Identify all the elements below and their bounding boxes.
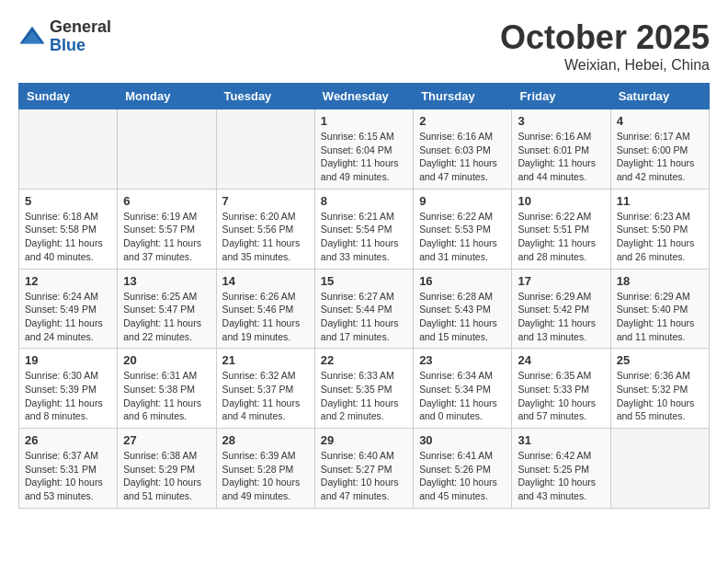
day-info: Sunrise: 6:21 AM Sunset: 5:54 PM Dayligh… — [321, 210, 407, 264]
day-info: Sunrise: 6:31 AM Sunset: 5:38 PM Dayligh… — [123, 369, 210, 423]
day-info: Sunrise: 6:34 AM Sunset: 5:34 PM Dayligh… — [419, 369, 506, 423]
logo-blue: Blue — [50, 37, 111, 55]
day-info: Sunrise: 6:26 AM Sunset: 5:46 PM Dayligh… — [222, 290, 309, 344]
day-info: Sunrise: 6:17 AM Sunset: 6:00 PM Dayligh… — [617, 130, 703, 184]
calendar-cell: 17Sunrise: 6:29 AM Sunset: 5:42 PM Dayli… — [512, 269, 610, 349]
day-number: 13 — [123, 274, 210, 288]
calendar-cell: 26Sunrise: 6:37 AM Sunset: 5:31 PM Dayli… — [19, 429, 118, 509]
day-info: Sunrise: 6:39 AM Sunset: 5:28 PM Dayligh… — [222, 449, 309, 503]
calendar-cell: 2Sunrise: 6:16 AM Sunset: 6:03 PM Daylig… — [414, 109, 512, 190]
day-number: 20 — [123, 353, 210, 367]
calendar-week-row: 19Sunrise: 6:30 AM Sunset: 5:39 PM Dayli… — [19, 349, 710, 429]
day-number: 31 — [518, 433, 604, 447]
calendar-cell: 16Sunrise: 6:28 AM Sunset: 5:43 PM Dayli… — [414, 269, 512, 349]
title-block: October 2025 Weixian, Hebei, China — [500, 18, 710, 74]
day-number: 23 — [419, 353, 506, 367]
day-number: 8 — [321, 194, 407, 208]
day-number: 21 — [222, 353, 309, 367]
day-number: 25 — [617, 353, 703, 367]
weekday-header: Sunday — [19, 84, 118, 109]
day-info: Sunrise: 6:23 AM Sunset: 5:50 PM Dayligh… — [617, 210, 703, 264]
calendar-cell: 11Sunrise: 6:23 AM Sunset: 5:50 PM Dayli… — [610, 189, 709, 269]
day-info: Sunrise: 6:20 AM Sunset: 5:56 PM Dayligh… — [222, 210, 309, 264]
day-number: 24 — [518, 353, 604, 367]
day-info: Sunrise: 6:40 AM Sunset: 5:27 PM Dayligh… — [321, 449, 407, 503]
day-info: Sunrise: 6:32 AM Sunset: 5:37 PM Dayligh… — [222, 369, 309, 423]
day-info: Sunrise: 6:16 AM Sunset: 6:03 PM Dayligh… — [419, 130, 506, 184]
calendar-cell — [216, 109, 314, 190]
day-info: Sunrise: 6:33 AM Sunset: 5:35 PM Dayligh… — [321, 369, 407, 423]
day-number: 15 — [321, 274, 407, 288]
calendar-cell: 9Sunrise: 6:22 AM Sunset: 5:53 PM Daylig… — [414, 189, 512, 269]
calendar-cell: 19Sunrise: 6:30 AM Sunset: 5:39 PM Dayli… — [19, 349, 118, 429]
calendar-cell: 12Sunrise: 6:24 AM Sunset: 5:49 PM Dayli… — [19, 269, 118, 349]
calendar-cell: 3Sunrise: 6:16 AM Sunset: 6:01 PM Daylig… — [512, 109, 610, 190]
calendar-cell: 1Sunrise: 6:15 AM Sunset: 6:04 PM Daylig… — [314, 109, 413, 190]
calendar-cell: 4Sunrise: 6:17 AM Sunset: 6:00 PM Daylig… — [610, 109, 709, 190]
calendar-table: SundayMondayTuesdayWednesdayThursdayFrid… — [18, 83, 710, 509]
logo-text: General Blue — [50, 18, 111, 55]
day-number: 6 — [123, 194, 210, 208]
calendar-cell: 27Sunrise: 6:38 AM Sunset: 5:29 PM Dayli… — [118, 429, 216, 509]
day-number: 12 — [25, 274, 111, 288]
day-info: Sunrise: 6:37 AM Sunset: 5:31 PM Dayligh… — [25, 449, 111, 503]
calendar-cell: 13Sunrise: 6:25 AM Sunset: 5:47 PM Dayli… — [118, 269, 216, 349]
day-number: 16 — [419, 274, 506, 288]
location-subtitle: Weixian, Hebei, China — [500, 57, 710, 74]
weekday-header: Monday — [118, 84, 216, 109]
day-number: 18 — [617, 274, 703, 288]
calendar-cell: 6Sunrise: 6:19 AM Sunset: 5:57 PM Daylig… — [118, 189, 216, 269]
calendar-cell — [610, 429, 709, 509]
day-info: Sunrise: 6:24 AM Sunset: 5:49 PM Dayligh… — [25, 290, 111, 344]
day-info: Sunrise: 6:18 AM Sunset: 5:58 PM Dayligh… — [25, 210, 111, 264]
day-number: 26 — [25, 433, 111, 447]
calendar-cell: 5Sunrise: 6:18 AM Sunset: 5:58 PM Daylig… — [19, 189, 118, 269]
calendar-cell: 7Sunrise: 6:20 AM Sunset: 5:56 PM Daylig… — [216, 189, 314, 269]
calendar-cell: 29Sunrise: 6:40 AM Sunset: 5:27 PM Dayli… — [314, 429, 413, 509]
day-number: 14 — [222, 274, 309, 288]
day-number: 27 — [123, 433, 210, 447]
day-number: 9 — [419, 194, 506, 208]
day-info: Sunrise: 6:16 AM Sunset: 6:01 PM Dayligh… — [518, 130, 604, 184]
calendar-cell: 21Sunrise: 6:32 AM Sunset: 5:37 PM Dayli… — [216, 349, 314, 429]
weekday-header: Tuesday — [216, 84, 314, 109]
day-info: Sunrise: 6:25 AM Sunset: 5:47 PM Dayligh… — [123, 290, 210, 344]
day-number: 28 — [222, 433, 309, 447]
day-number: 11 — [617, 194, 703, 208]
calendar-cell: 24Sunrise: 6:35 AM Sunset: 5:33 PM Dayli… — [512, 349, 610, 429]
weekday-header: Thursday — [414, 84, 512, 109]
day-info: Sunrise: 6:28 AM Sunset: 5:43 PM Dayligh… — [419, 290, 506, 344]
calendar-cell: 14Sunrise: 6:26 AM Sunset: 5:46 PM Dayli… — [216, 269, 314, 349]
day-number: 10 — [518, 194, 604, 208]
day-number: 29 — [321, 433, 407, 447]
calendar-week-row: 1Sunrise: 6:15 AM Sunset: 6:04 PM Daylig… — [19, 109, 710, 190]
day-info: Sunrise: 6:35 AM Sunset: 5:33 PM Dayligh… — [518, 369, 604, 423]
day-number: 4 — [617, 114, 703, 128]
weekday-header: Saturday — [610, 84, 709, 109]
day-number: 2 — [419, 114, 506, 128]
day-number: 5 — [25, 194, 111, 208]
day-info: Sunrise: 6:30 AM Sunset: 5:39 PM Dayligh… — [25, 369, 111, 423]
calendar-header-row: SundayMondayTuesdayWednesdayThursdayFrid… — [19, 84, 710, 109]
calendar-cell: 18Sunrise: 6:29 AM Sunset: 5:40 PM Dayli… — [610, 269, 709, 349]
day-info: Sunrise: 6:19 AM Sunset: 5:57 PM Dayligh… — [123, 210, 210, 264]
day-info: Sunrise: 6:38 AM Sunset: 5:29 PM Dayligh… — [123, 449, 210, 503]
calendar-cell — [19, 109, 118, 190]
day-number: 19 — [25, 353, 111, 367]
day-info: Sunrise: 6:42 AM Sunset: 5:25 PM Dayligh… — [518, 449, 604, 503]
calendar-cell: 20Sunrise: 6:31 AM Sunset: 5:38 PM Dayli… — [118, 349, 216, 429]
weekday-header: Wednesday — [314, 84, 413, 109]
calendar-cell: 23Sunrise: 6:34 AM Sunset: 5:34 PM Dayli… — [414, 349, 512, 429]
calendar-cell: 10Sunrise: 6:22 AM Sunset: 5:51 PM Dayli… — [512, 189, 610, 269]
day-info: Sunrise: 6:29 AM Sunset: 5:42 PM Dayligh… — [518, 290, 604, 344]
calendar-week-row: 5Sunrise: 6:18 AM Sunset: 5:58 PM Daylig… — [19, 189, 710, 269]
calendar-week-row: 12Sunrise: 6:24 AM Sunset: 5:49 PM Dayli… — [19, 269, 710, 349]
month-title: October 2025 — [500, 18, 710, 57]
day-number: 22 — [321, 353, 407, 367]
logo: General Blue — [18, 18, 111, 55]
day-info: Sunrise: 6:29 AM Sunset: 5:40 PM Dayligh… — [617, 290, 703, 344]
calendar-cell: 31Sunrise: 6:42 AM Sunset: 5:25 PM Dayli… — [512, 429, 610, 509]
calendar-cell: 22Sunrise: 6:33 AM Sunset: 5:35 PM Dayli… — [314, 349, 413, 429]
calendar-cell: 28Sunrise: 6:39 AM Sunset: 5:28 PM Dayli… — [216, 429, 314, 509]
calendar-cell: 8Sunrise: 6:21 AM Sunset: 5:54 PM Daylig… — [314, 189, 413, 269]
